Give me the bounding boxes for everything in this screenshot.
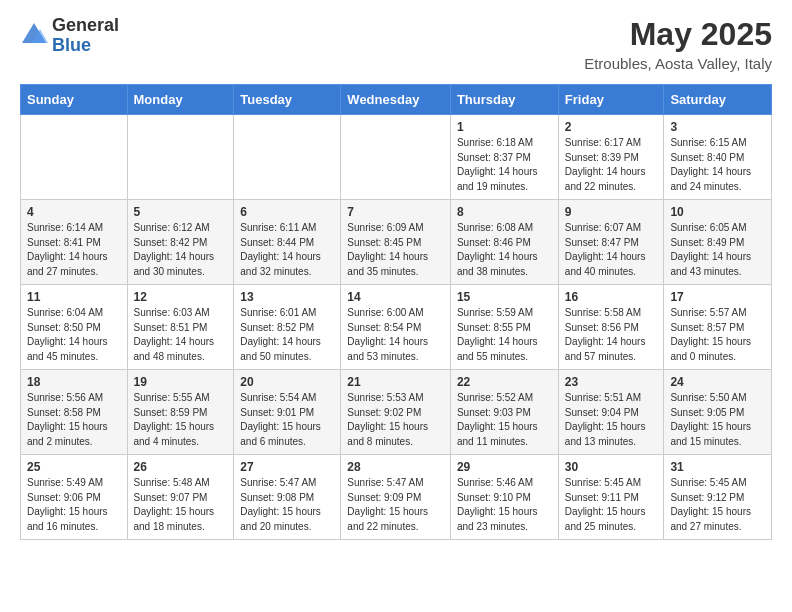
day-info: Sunrise: 6:00 AMSunset: 8:54 PMDaylight:… (347, 306, 444, 364)
day-info: Sunrise: 6:11 AMSunset: 8:44 PMDaylight:… (240, 221, 334, 279)
day-cell: 25Sunrise: 5:49 AMSunset: 9:06 PMDayligh… (21, 455, 128, 540)
day-number: 8 (457, 205, 552, 219)
logo-icon (20, 21, 48, 49)
day-info: Sunrise: 6:05 AMSunset: 8:49 PMDaylight:… (670, 221, 765, 279)
day-number: 20 (240, 375, 334, 389)
calendar: SundayMondayTuesdayWednesdayThursdayFrid… (20, 84, 772, 540)
day-cell: 14Sunrise: 6:00 AMSunset: 8:54 PMDayligh… (341, 285, 451, 370)
day-number: 2 (565, 120, 658, 134)
title-block: May 2025 Etroubles, Aosta Valley, Italy (584, 16, 772, 72)
day-number: 22 (457, 375, 552, 389)
day-info: Sunrise: 5:54 AMSunset: 9:01 PMDaylight:… (240, 391, 334, 449)
day-cell: 9Sunrise: 6:07 AMSunset: 8:47 PMDaylight… (558, 200, 664, 285)
day-cell: 13Sunrise: 6:01 AMSunset: 8:52 PMDayligh… (234, 285, 341, 370)
day-number: 7 (347, 205, 444, 219)
day-cell: 31Sunrise: 5:45 AMSunset: 9:12 PMDayligh… (664, 455, 772, 540)
day-info: Sunrise: 5:56 AMSunset: 8:58 PMDaylight:… (27, 391, 121, 449)
day-cell: 11Sunrise: 6:04 AMSunset: 8:50 PMDayligh… (21, 285, 128, 370)
day-cell: 12Sunrise: 6:03 AMSunset: 8:51 PMDayligh… (127, 285, 234, 370)
week-row-5: 25Sunrise: 5:49 AMSunset: 9:06 PMDayligh… (21, 455, 772, 540)
day-cell: 17Sunrise: 5:57 AMSunset: 8:57 PMDayligh… (664, 285, 772, 370)
main-title: May 2025 (584, 16, 772, 53)
day-cell: 27Sunrise: 5:47 AMSunset: 9:08 PMDayligh… (234, 455, 341, 540)
day-cell: 20Sunrise: 5:54 AMSunset: 9:01 PMDayligh… (234, 370, 341, 455)
day-number: 30 (565, 460, 658, 474)
day-number: 6 (240, 205, 334, 219)
day-cell: 15Sunrise: 5:59 AMSunset: 8:55 PMDayligh… (450, 285, 558, 370)
header-row: SundayMondayTuesdayWednesdayThursdayFrid… (21, 85, 772, 115)
day-info: Sunrise: 5:57 AMSunset: 8:57 PMDaylight:… (670, 306, 765, 364)
col-header-sunday: Sunday (21, 85, 128, 115)
day-number: 29 (457, 460, 552, 474)
day-number: 10 (670, 205, 765, 219)
week-row-3: 11Sunrise: 6:04 AMSunset: 8:50 PMDayligh… (21, 285, 772, 370)
day-cell: 2Sunrise: 6:17 AMSunset: 8:39 PMDaylight… (558, 115, 664, 200)
day-cell: 26Sunrise: 5:48 AMSunset: 9:07 PMDayligh… (127, 455, 234, 540)
day-number: 21 (347, 375, 444, 389)
day-number: 27 (240, 460, 334, 474)
day-number: 13 (240, 290, 334, 304)
day-info: Sunrise: 5:47 AMSunset: 9:08 PMDaylight:… (240, 476, 334, 534)
day-cell (127, 115, 234, 200)
day-number: 28 (347, 460, 444, 474)
day-number: 26 (134, 460, 228, 474)
day-info: Sunrise: 5:58 AMSunset: 8:56 PMDaylight:… (565, 306, 658, 364)
page: General Blue May 2025 Etroubles, Aosta V… (0, 0, 792, 556)
logo-blue-text: Blue (52, 36, 119, 56)
day-number: 19 (134, 375, 228, 389)
day-info: Sunrise: 5:46 AMSunset: 9:10 PMDaylight:… (457, 476, 552, 534)
col-header-saturday: Saturday (664, 85, 772, 115)
day-number: 15 (457, 290, 552, 304)
day-info: Sunrise: 5:49 AMSunset: 9:06 PMDaylight:… (27, 476, 121, 534)
day-cell: 18Sunrise: 5:56 AMSunset: 8:58 PMDayligh… (21, 370, 128, 455)
day-number: 4 (27, 205, 121, 219)
day-cell: 21Sunrise: 5:53 AMSunset: 9:02 PMDayligh… (341, 370, 451, 455)
logo: General Blue (20, 16, 119, 56)
day-info: Sunrise: 5:48 AMSunset: 9:07 PMDaylight:… (134, 476, 228, 534)
day-info: Sunrise: 6:03 AMSunset: 8:51 PMDaylight:… (134, 306, 228, 364)
week-row-2: 4Sunrise: 6:14 AMSunset: 8:41 PMDaylight… (21, 200, 772, 285)
day-info: Sunrise: 5:59 AMSunset: 8:55 PMDaylight:… (457, 306, 552, 364)
day-cell: 28Sunrise: 5:47 AMSunset: 9:09 PMDayligh… (341, 455, 451, 540)
day-info: Sunrise: 5:45 AMSunset: 9:12 PMDaylight:… (670, 476, 765, 534)
day-info: Sunrise: 6:18 AMSunset: 8:37 PMDaylight:… (457, 136, 552, 194)
day-info: Sunrise: 6:07 AMSunset: 8:47 PMDaylight:… (565, 221, 658, 279)
day-number: 5 (134, 205, 228, 219)
day-number: 31 (670, 460, 765, 474)
week-row-4: 18Sunrise: 5:56 AMSunset: 8:58 PMDayligh… (21, 370, 772, 455)
day-number: 17 (670, 290, 765, 304)
day-cell: 16Sunrise: 5:58 AMSunset: 8:56 PMDayligh… (558, 285, 664, 370)
day-info: Sunrise: 5:53 AMSunset: 9:02 PMDaylight:… (347, 391, 444, 449)
col-header-monday: Monday (127, 85, 234, 115)
header: General Blue May 2025 Etroubles, Aosta V… (20, 16, 772, 72)
day-info: Sunrise: 5:50 AMSunset: 9:05 PMDaylight:… (670, 391, 765, 449)
logo-general-text: General (52, 16, 119, 36)
day-cell (21, 115, 128, 200)
day-info: Sunrise: 6:08 AMSunset: 8:46 PMDaylight:… (457, 221, 552, 279)
day-number: 18 (27, 375, 121, 389)
day-info: Sunrise: 6:15 AMSunset: 8:40 PMDaylight:… (670, 136, 765, 194)
day-info: Sunrise: 6:14 AMSunset: 8:41 PMDaylight:… (27, 221, 121, 279)
day-info: Sunrise: 6:04 AMSunset: 8:50 PMDaylight:… (27, 306, 121, 364)
day-cell: 23Sunrise: 5:51 AMSunset: 9:04 PMDayligh… (558, 370, 664, 455)
day-info: Sunrise: 5:52 AMSunset: 9:03 PMDaylight:… (457, 391, 552, 449)
day-cell: 30Sunrise: 5:45 AMSunset: 9:11 PMDayligh… (558, 455, 664, 540)
day-number: 11 (27, 290, 121, 304)
day-info: Sunrise: 6:17 AMSunset: 8:39 PMDaylight:… (565, 136, 658, 194)
day-number: 14 (347, 290, 444, 304)
day-number: 1 (457, 120, 552, 134)
day-cell: 8Sunrise: 6:08 AMSunset: 8:46 PMDaylight… (450, 200, 558, 285)
day-number: 3 (670, 120, 765, 134)
day-number: 25 (27, 460, 121, 474)
day-info: Sunrise: 5:47 AMSunset: 9:09 PMDaylight:… (347, 476, 444, 534)
day-cell: 7Sunrise: 6:09 AMSunset: 8:45 PMDaylight… (341, 200, 451, 285)
day-cell: 6Sunrise: 6:11 AMSunset: 8:44 PMDaylight… (234, 200, 341, 285)
day-info: Sunrise: 5:51 AMSunset: 9:04 PMDaylight:… (565, 391, 658, 449)
subtitle: Etroubles, Aosta Valley, Italy (584, 55, 772, 72)
day-cell (234, 115, 341, 200)
day-info: Sunrise: 5:55 AMSunset: 8:59 PMDaylight:… (134, 391, 228, 449)
day-cell: 24Sunrise: 5:50 AMSunset: 9:05 PMDayligh… (664, 370, 772, 455)
day-cell: 5Sunrise: 6:12 AMSunset: 8:42 PMDaylight… (127, 200, 234, 285)
week-row-1: 1Sunrise: 6:18 AMSunset: 8:37 PMDaylight… (21, 115, 772, 200)
day-info: Sunrise: 6:09 AMSunset: 8:45 PMDaylight:… (347, 221, 444, 279)
